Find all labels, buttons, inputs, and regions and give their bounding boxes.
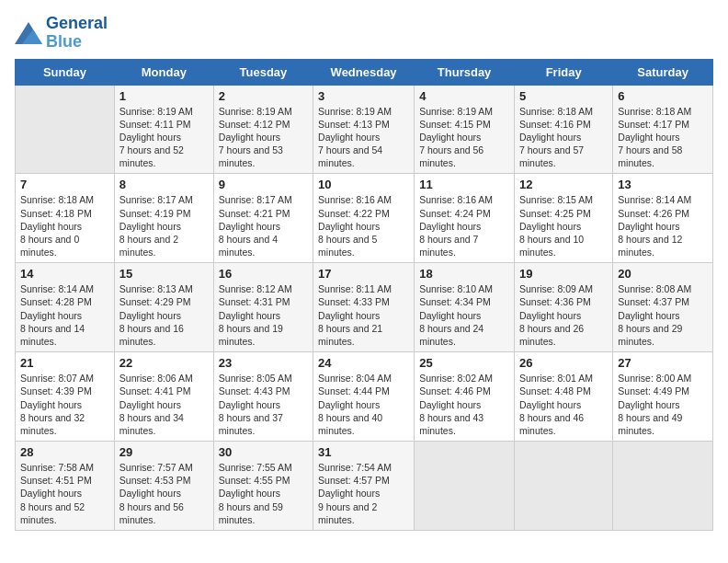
logo-icon — [15, 22, 42, 44]
day-info: Sunrise: 7:58 AMSunset: 4:51 PMDaylight … — [20, 461, 109, 526]
week-row-2: 7Sunrise: 8:18 AMSunset: 4:18 PMDaylight… — [16, 174, 713, 263]
day-cell: 19Sunrise: 8:09 AMSunset: 4:36 PMDayligh… — [515, 263, 613, 352]
day-info: Sunrise: 8:17 AMSunset: 4:21 PMDaylight … — [219, 193, 308, 259]
page-header: General Blue — [15, 15, 713, 52]
day-number: 29 — [119, 445, 209, 459]
day-number: 23 — [219, 356, 308, 370]
day-number: 2 — [219, 89, 308, 103]
day-number: 22 — [119, 356, 209, 370]
day-cell: 7Sunrise: 8:18 AMSunset: 4:18 PMDaylight… — [16, 174, 115, 263]
col-header-monday: Monday — [114, 59, 213, 85]
day-cell: 25Sunrise: 8:02 AMSunset: 4:46 PMDayligh… — [415, 352, 515, 442]
day-cell: 20Sunrise: 8:08 AMSunset: 4:37 PMDayligh… — [613, 263, 713, 352]
day-number: 18 — [419, 267, 509, 281]
day-number: 27 — [618, 356, 708, 370]
day-number: 17 — [318, 267, 409, 281]
day-info: Sunrise: 8:06 AMSunset: 4:41 PMDaylight … — [119, 372, 209, 437]
day-cell: 9Sunrise: 8:17 AMSunset: 4:21 PMDaylight… — [213, 174, 313, 263]
day-cell: 5Sunrise: 8:18 AMSunset: 4:16 PMDaylight… — [515, 85, 613, 174]
day-number: 20 — [618, 267, 708, 281]
day-number: 16 — [219, 267, 308, 281]
day-cell: 27Sunrise: 8:00 AMSunset: 4:49 PMDayligh… — [613, 352, 713, 442]
day-cell — [515, 442, 613, 531]
day-info: Sunrise: 8:09 AMSunset: 4:36 PMDaylight … — [519, 282, 608, 348]
col-header-sunday: Sunday — [16, 59, 115, 85]
day-number: 3 — [318, 89, 409, 103]
logo-text: General Blue — [46, 15, 108, 52]
day-cell: 28Sunrise: 7:58 AMSunset: 4:51 PMDayligh… — [16, 442, 115, 531]
day-info: Sunrise: 8:12 AMSunset: 4:31 PMDaylight … — [219, 282, 308, 348]
day-cell: 17Sunrise: 8:11 AMSunset: 4:33 PMDayligh… — [313, 263, 415, 352]
day-info: Sunrise: 8:10 AMSunset: 4:34 PMDaylight … — [419, 282, 509, 348]
day-info: Sunrise: 8:07 AMSunset: 4:39 PMDaylight … — [20, 372, 109, 437]
day-number: 25 — [419, 356, 509, 370]
col-header-saturday: Saturday — [613, 59, 713, 85]
day-cell: 2Sunrise: 8:19 AMSunset: 4:12 PMDaylight… — [213, 85, 313, 174]
day-number: 21 — [20, 356, 109, 370]
day-number: 10 — [318, 178, 409, 191]
day-info: Sunrise: 8:14 AMSunset: 4:26 PMDaylight … — [618, 193, 708, 259]
day-cell: 30Sunrise: 7:55 AMSunset: 4:55 PMDayligh… — [213, 442, 313, 531]
day-cell: 4Sunrise: 8:19 AMSunset: 4:15 PMDaylight… — [415, 85, 515, 174]
col-header-wednesday: Wednesday — [313, 59, 415, 85]
day-cell: 10Sunrise: 8:16 AMSunset: 4:22 PMDayligh… — [313, 174, 415, 263]
day-number: 5 — [519, 89, 608, 103]
day-cell: 11Sunrise: 8:16 AMSunset: 4:24 PMDayligh… — [415, 174, 515, 263]
day-info: Sunrise: 8:13 AMSunset: 4:29 PMDaylight … — [119, 282, 209, 348]
week-row-4: 21Sunrise: 8:07 AMSunset: 4:39 PMDayligh… — [16, 352, 713, 442]
day-cell — [613, 442, 713, 531]
day-cell: 24Sunrise: 8:04 AMSunset: 4:44 PMDayligh… — [313, 352, 415, 442]
week-row-5: 28Sunrise: 7:58 AMSunset: 4:51 PMDayligh… — [16, 442, 713, 531]
day-info: Sunrise: 8:18 AMSunset: 4:16 PMDaylight … — [519, 105, 608, 170]
header-row: SundayMondayTuesdayWednesdayThursdayFrid… — [16, 59, 713, 85]
day-cell: 15Sunrise: 8:13 AMSunset: 4:29 PMDayligh… — [114, 263, 213, 352]
col-header-friday: Friday — [515, 59, 613, 85]
day-cell: 1Sunrise: 8:19 AMSunset: 4:11 PMDaylight… — [114, 85, 213, 174]
day-number: 15 — [119, 267, 209, 281]
day-cell: 22Sunrise: 8:06 AMSunset: 4:41 PMDayligh… — [114, 352, 213, 442]
day-cell: 21Sunrise: 8:07 AMSunset: 4:39 PMDayligh… — [16, 352, 115, 442]
day-number: 7 — [20, 178, 109, 191]
day-info: Sunrise: 7:54 AMSunset: 4:57 PMDaylight … — [318, 461, 409, 526]
day-number: 26 — [519, 356, 608, 370]
day-info: Sunrise: 8:01 AMSunset: 4:48 PMDaylight … — [519, 372, 608, 437]
day-info: Sunrise: 8:18 AMSunset: 4:18 PMDaylight … — [20, 193, 109, 259]
day-cell: 14Sunrise: 8:14 AMSunset: 4:28 PMDayligh… — [16, 263, 115, 352]
day-info: Sunrise: 8:16 AMSunset: 4:22 PMDaylight … — [318, 193, 409, 259]
day-number: 19 — [519, 267, 608, 281]
day-info: Sunrise: 8:15 AMSunset: 4:25 PMDaylight … — [519, 193, 608, 259]
day-cell — [415, 442, 515, 531]
day-number: 12 — [519, 178, 608, 191]
day-number: 31 — [318, 445, 409, 459]
day-cell: 31Sunrise: 7:54 AMSunset: 4:57 PMDayligh… — [313, 442, 415, 531]
col-header-tuesday: Tuesday — [213, 59, 313, 85]
day-info: Sunrise: 8:16 AMSunset: 4:24 PMDaylight … — [419, 193, 509, 259]
day-cell: 16Sunrise: 8:12 AMSunset: 4:31 PMDayligh… — [213, 263, 313, 352]
day-info: Sunrise: 8:19 AMSunset: 4:12 PMDaylight … — [219, 105, 308, 170]
day-info: Sunrise: 8:19 AMSunset: 4:15 PMDaylight … — [419, 105, 509, 170]
day-number: 14 — [20, 267, 109, 281]
day-cell: 26Sunrise: 8:01 AMSunset: 4:48 PMDayligh… — [515, 352, 613, 442]
day-number: 9 — [219, 178, 308, 191]
day-cell: 3Sunrise: 8:19 AMSunset: 4:13 PMDaylight… — [313, 85, 415, 174]
day-number: 4 — [419, 89, 509, 103]
day-info: Sunrise: 8:02 AMSunset: 4:46 PMDaylight … — [419, 372, 509, 437]
day-info: Sunrise: 7:55 AMSunset: 4:55 PMDaylight … — [219, 461, 308, 526]
day-info: Sunrise: 8:17 AMSunset: 4:19 PMDaylight … — [119, 193, 209, 259]
day-number: 8 — [119, 178, 209, 191]
day-cell — [16, 85, 115, 174]
day-info: Sunrise: 8:08 AMSunset: 4:37 PMDaylight … — [618, 282, 708, 348]
day-info: Sunrise: 8:19 AMSunset: 4:13 PMDaylight … — [318, 105, 409, 170]
day-cell: 12Sunrise: 8:15 AMSunset: 4:25 PMDayligh… — [515, 174, 613, 263]
logo: General Blue — [15, 15, 108, 52]
day-cell: 6Sunrise: 8:18 AMSunset: 4:17 PMDaylight… — [613, 85, 713, 174]
day-number: 30 — [219, 445, 308, 459]
col-header-thursday: Thursday — [415, 59, 515, 85]
day-cell: 23Sunrise: 8:05 AMSunset: 4:43 PMDayligh… — [213, 352, 313, 442]
day-number: 1 — [119, 89, 209, 103]
day-number: 13 — [618, 178, 708, 191]
day-info: Sunrise: 8:14 AMSunset: 4:28 PMDaylight … — [20, 282, 109, 348]
day-cell: 13Sunrise: 8:14 AMSunset: 4:26 PMDayligh… — [613, 174, 713, 263]
week-row-3: 14Sunrise: 8:14 AMSunset: 4:28 PMDayligh… — [16, 263, 713, 352]
day-number: 24 — [318, 356, 409, 370]
